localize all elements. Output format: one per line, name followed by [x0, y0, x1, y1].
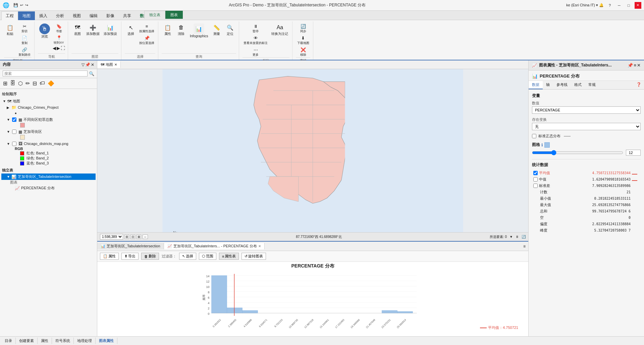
layer-list-icon[interactable]: ⊞ — [2, 80, 8, 87]
tree-item-map[interactable]: ▼ 🗺 地图 — [1, 98, 96, 104]
add-data-button[interactable]: ➕ 添加数据 — [85, 23, 101, 37]
bottom-panel-menu-icon[interactable]: ≡ — [523, 244, 526, 249]
map-nav-icon3[interactable]: ⊠ — [137, 235, 141, 239]
grid-icon[interactable]: ⊟ — [32, 80, 38, 87]
copy-path-button[interactable]: 🔗 复制路径 — [17, 46, 32, 57]
bins-number-input[interactable] — [626, 150, 641, 156]
crime-count-checkbox[interactable] — [12, 117, 16, 122]
search-input[interactable] — [3, 70, 88, 77]
chicago-district-checkbox[interactable] — [12, 130, 16, 134]
bottom-tab-chart-close[interactable]: ✕ — [258, 244, 261, 248]
tree-item-chicago-district[interactable]: ▼ ▦ 芝加哥街区 — [1, 129, 96, 135]
expand-map-arrow[interactable]: ▼ — [3, 99, 6, 103]
refresh-map-icon[interactable]: 🔄 — [522, 235, 526, 239]
search-icon[interactable]: 🔍 — [89, 71, 94, 76]
download-map-button[interactable]: ⬇ 下载地图 — [296, 35, 310, 46]
districts-map-checkbox[interactable] — [12, 142, 16, 146]
normal-curve-checkbox[interactable] — [532, 134, 536, 138]
right-panel-close-icon[interactable]: ✕ — [637, 63, 641, 68]
map-tab-close[interactable]: ✕ — [114, 63, 117, 66]
convert-to-anno-button[interactable]: Aa 转换为注记 — [270, 23, 289, 37]
right-panel-menu-icon[interactable]: ≡ — [634, 63, 636, 68]
save-icon[interactable]: 💾 — [13, 3, 18, 7]
add-preset-button[interactable]: 📊 添加预设 — [102, 23, 118, 37]
bins-slider[interactable] — [532, 150, 623, 155]
map-tab[interactable]: 🗺 地图 ✕ — [97, 61, 121, 68]
mean-checkbox[interactable] — [533, 171, 538, 175]
help-button[interactable]: ? — [606, 2, 613, 9]
map-scale-select[interactable]: 1:598,389 1:500,000 — [100, 234, 123, 240]
expand-tabulate-arrow[interactable]: ▼ — [7, 175, 10, 179]
remove-button[interactable]: ❌ 移除 — [296, 46, 310, 57]
tree-item-chicago-crimes[interactable]: ▶ 📁 Chicago_Crimes_Project — [1, 104, 96, 110]
symbol-icon[interactable]: 🔶 — [47, 80, 55, 87]
select-filter-button[interactable]: ↖ 选择 — [179, 253, 196, 260]
tab-share[interactable]: 共享 — [119, 11, 136, 20]
status-chart-properties[interactable]: 图表属性 — [96, 338, 117, 344]
edit-icon[interactable]: ✏ — [24, 80, 31, 87]
measure-button[interactable]: 📏 测量 — [211, 23, 223, 37]
tab-chart[interactable]: 图表 — [165, 11, 183, 19]
locate-button[interactable]: 🔍 定位 — [224, 23, 236, 37]
tree-item-percentage-chart[interactable]: 📈 PERCENTAGE 分布 — [1, 185, 96, 191]
map-nav-icon2[interactable]: ⊟ — [130, 235, 135, 239]
minimize-button[interactable]: ─ — [616, 2, 623, 9]
value-field-select[interactable]: PERCENTAGE — [532, 106, 641, 114]
export-button[interactable]: ⬆ 导出 — [121, 253, 139, 260]
paste-button[interactable]: 📋 粘贴 — [4, 23, 16, 37]
filter-icon[interactable]: ⬡ — [17, 80, 24, 87]
right-tab-format[interactable]: 格式 — [571, 81, 585, 89]
sidebar-close-icon[interactable]: ✕ — [91, 62, 94, 67]
back-icon[interactable]: ◀ — [53, 46, 56, 51]
right-tab-general[interactable]: 常规 — [585, 81, 599, 89]
more-button[interactable]: ⋯ 更多 — [243, 46, 269, 57]
infographics-button[interactable]: 📊 Infographics — [189, 23, 209, 39]
expand-crime-count-arrow[interactable]: ▼ — [7, 118, 10, 121]
tab-imagery[interactable]: 影像 — [102, 11, 119, 20]
expand-district-arrow[interactable]: ▼ — [7, 130, 10, 134]
cut-button[interactable]: ✂ 剪切 — [17, 23, 32, 34]
rotate-chart-button[interactable]: ↺ 旋转图表 — [241, 253, 266, 260]
database-icon[interactable]: 🗄 — [9, 80, 16, 87]
bottom-tab-chart[interactable]: 📈 芝加哥街区_TabulateInters... - PERCENTAGE 分… — [164, 243, 265, 249]
expand-crimes-arrow[interactable]: ▶ — [7, 106, 10, 109]
status-symbology[interactable]: 符号系统 — [52, 338, 74, 344]
attribute-button[interactable]: 📋 属性 — [162, 23, 174, 37]
view-unplaced-button[interactable]: 👁 查看未放置的标注 — [243, 35, 269, 46]
tab-analysis[interactable]: 分析 — [52, 11, 68, 20]
sync-button[interactable]: 🔄 同步 — [296, 23, 310, 34]
status-attributes[interactable]: 属性 — [38, 338, 52, 344]
pause-button[interactable]: ⏸ 暂停 — [243, 23, 269, 34]
tab-standalone-table[interactable]: 独立表 — [144, 11, 165, 19]
status-create-feature[interactable]: 创建要素 — [16, 338, 38, 344]
right-panel-pin-icon[interactable]: 📌 — [628, 63, 633, 68]
bins-color-swatch[interactable] — [544, 142, 550, 148]
attr-button[interactable]: 📋 属性 — [100, 253, 119, 260]
label-icon[interactable]: 🏷 — [39, 80, 46, 87]
bottom-tab-attribute[interactable]: 📊 芝加哥街区_TabulateIntersection — [97, 243, 164, 249]
tree-item-crime-count[interactable]: ▼ ▦ 不同街区犯罪总数 — [1, 116, 96, 123]
status-catalog[interactable]: 目录 — [1, 338, 16, 344]
select-by-attr-button[interactable]: ≡ 按属性选择 — [138, 23, 155, 34]
map-nav-icon4[interactable]: ↔ — [143, 235, 148, 239]
tree-item-districts-map[interactable]: ▼ 🖼 Chicago_districts_map.png — [1, 141, 96, 147]
tab-map[interactable]: 地图 — [18, 11, 35, 20]
tab-edit[interactable]: 编辑 — [85, 11, 102, 20]
stddev-checkbox[interactable] — [533, 184, 538, 188]
tab-view[interactable]: 视图 — [68, 11, 85, 20]
redo-icon[interactable]: ↪ — [25, 3, 28, 7]
delete-button[interactable]: 🗑 删除 — [141, 253, 159, 260]
copy-button[interactable]: 📄 复制 — [17, 35, 32, 46]
full-extent-icon[interactable]: ⛶ — [61, 46, 65, 51]
clear-button[interactable]: 🗑 清除 — [175, 23, 187, 37]
median-checkbox[interactable] — [533, 177, 538, 182]
tab-engineering[interactable]: 工程 — [1, 11, 18, 20]
close-button[interactable]: ✕ — [635, 2, 641, 9]
maximize-button[interactable]: □ — [625, 2, 632, 9]
right-tab-axis[interactable]: 轴 — [543, 81, 553, 89]
goto-xy-button[interactable]: 📍 转到XY — [53, 34, 65, 45]
transform-select[interactable]: 无 — [532, 123, 641, 130]
basemap-button[interactable]: 🗺 底图 — [71, 23, 84, 37]
map-nav-icon1[interactable]: ⊞ — [124, 235, 129, 239]
sidebar-filter-icon[interactable]: ▽ — [82, 62, 85, 67]
